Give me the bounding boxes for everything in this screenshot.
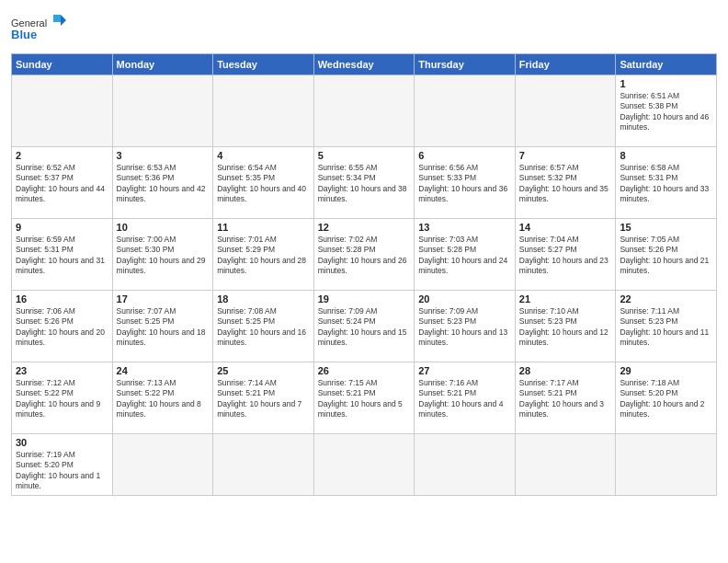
calendar-cell: [112, 75, 213, 147]
day-number: 6: [418, 150, 511, 161]
day-info: Sunrise: 7:07 AM Sunset: 5:25 PM Dayligh…: [117, 306, 210, 349]
weekday-header-row: SundayMondayTuesdayWednesdayThursdayFrid…: [12, 54, 717, 75]
calendar-cell: 25Sunrise: 7:14 AM Sunset: 5:21 PM Dayli…: [213, 362, 314, 434]
day-number: 12: [318, 222, 411, 233]
calendar-cell: 7Sunrise: 6:57 AM Sunset: 5:32 PM Daylig…: [515, 147, 616, 219]
day-info: Sunrise: 6:55 AM Sunset: 5:34 PM Dayligh…: [318, 163, 411, 205]
calendar-cell: 15Sunrise: 7:05 AM Sunset: 5:26 PM Dayli…: [616, 219, 717, 291]
calendar-cell: 9Sunrise: 6:59 AM Sunset: 5:31 PM Daylig…: [12, 219, 113, 291]
day-number: 7: [519, 150, 612, 161]
calendar-cell: 8Sunrise: 6:58 AM Sunset: 5:31 PM Daylig…: [616, 147, 717, 219]
calendar-cell: 10Sunrise: 7:00 AM Sunset: 5:30 PM Dayli…: [112, 219, 213, 291]
calendar-cell: 16Sunrise: 7:06 AM Sunset: 5:26 PM Dayli…: [12, 291, 113, 362]
calendar-cell: 12Sunrise: 7:02 AM Sunset: 5:28 PM Dayli…: [313, 219, 415, 291]
week-row-2: 2Sunrise: 6:52 AM Sunset: 5:37 PM Daylig…: [12, 147, 717, 219]
day-info: Sunrise: 7:19 AM Sunset: 5:20 PM Dayligh…: [16, 450, 108, 492]
day-info: Sunrise: 6:57 AM Sunset: 5:32 PM Dayligh…: [519, 163, 612, 205]
calendar-page: General Blue SundayMondayTuesdayWednesda…: [0, 0, 728, 563]
day-info: Sunrise: 7:09 AM Sunset: 5:23 PM Dayligh…: [418, 306, 511, 349]
calendar-cell: 30Sunrise: 7:19 AM Sunset: 5:20 PM Dayli…: [12, 434, 113, 496]
day-number: 24: [117, 365, 210, 376]
day-info: Sunrise: 6:59 AM Sunset: 5:31 PM Dayligh…: [16, 235, 108, 277]
day-number: 21: [519, 293, 612, 304]
calendar-cell: 21Sunrise: 7:10 AM Sunset: 5:23 PM Dayli…: [515, 291, 616, 362]
calendar-cell: 28Sunrise: 7:17 AM Sunset: 5:21 PM Dayli…: [515, 362, 616, 434]
calendar-cell: [213, 434, 314, 496]
calendar-cell: [12, 75, 113, 147]
day-number: 20: [418, 293, 511, 304]
day-info: Sunrise: 6:58 AM Sunset: 5:31 PM Dayligh…: [620, 163, 712, 205]
day-number: 28: [519, 365, 612, 376]
calendar-cell: 13Sunrise: 7:03 AM Sunset: 5:28 PM Dayli…: [415, 219, 516, 291]
weekday-thursday: Thursday: [415, 54, 516, 75]
calendar-cell: 24Sunrise: 7:13 AM Sunset: 5:22 PM Dayli…: [112, 362, 213, 434]
weekday-wednesday: Wednesday: [313, 54, 415, 75]
svg-text:Blue: Blue: [11, 28, 37, 41]
week-row-1: 1Sunrise: 6:51 AM Sunset: 5:38 PM Daylig…: [12, 75, 717, 147]
day-number: 5: [318, 150, 411, 161]
day-number: 16: [16, 293, 108, 304]
calendar-cell: 11Sunrise: 7:01 AM Sunset: 5:29 PM Dayli…: [213, 219, 314, 291]
day-number: 2: [16, 150, 108, 161]
calendar-cell: [112, 434, 213, 496]
header: General Blue: [11, 9, 717, 48]
calendar-cell: 20Sunrise: 7:09 AM Sunset: 5:23 PM Dayli…: [415, 291, 516, 362]
week-row-6: 30Sunrise: 7:19 AM Sunset: 5:20 PM Dayli…: [12, 434, 717, 496]
calendar-cell: 23Sunrise: 7:12 AM Sunset: 5:22 PM Dayli…: [12, 362, 113, 434]
calendar-cell: 27Sunrise: 7:16 AM Sunset: 5:21 PM Dayli…: [415, 362, 516, 434]
calendar-cell: 5Sunrise: 6:55 AM Sunset: 5:34 PM Daylig…: [313, 147, 415, 219]
day-info: Sunrise: 7:15 AM Sunset: 5:21 PM Dayligh…: [318, 378, 411, 420]
generalblue-logo: General Blue: [11, 13, 66, 48]
day-number: 29: [620, 365, 712, 376]
calendar-cell: [515, 75, 616, 147]
calendar-table: SundayMondayTuesdayWednesdayThursdayFrid…: [11, 53, 717, 496]
week-row-3: 9Sunrise: 6:59 AM Sunset: 5:31 PM Daylig…: [12, 219, 717, 291]
day-info: Sunrise: 7:00 AM Sunset: 5:30 PM Dayligh…: [117, 235, 210, 277]
day-number: 18: [217, 293, 310, 304]
day-number: 13: [418, 222, 511, 233]
day-number: 30: [16, 437, 108, 448]
day-info: Sunrise: 7:16 AM Sunset: 5:21 PM Dayligh…: [418, 378, 511, 420]
logo: General Blue: [11, 13, 66, 48]
calendar-cell: 17Sunrise: 7:07 AM Sunset: 5:25 PM Dayli…: [112, 291, 213, 362]
calendar-cell: [616, 434, 717, 496]
weekday-friday: Friday: [515, 54, 616, 75]
day-number: 1: [620, 78, 712, 89]
day-number: 4: [217, 150, 310, 161]
day-number: 27: [418, 365, 511, 376]
day-number: 17: [117, 293, 210, 304]
calendar-cell: 1Sunrise: 6:51 AM Sunset: 5:38 PM Daylig…: [616, 75, 717, 147]
day-info: Sunrise: 6:54 AM Sunset: 5:35 PM Dayligh…: [217, 163, 310, 205]
calendar-cell: 22Sunrise: 7:11 AM Sunset: 5:23 PM Dayli…: [616, 291, 717, 362]
day-info: Sunrise: 7:06 AM Sunset: 5:26 PM Dayligh…: [16, 306, 108, 349]
day-number: 19: [318, 293, 411, 304]
calendar-cell: 3Sunrise: 6:53 AM Sunset: 5:36 PM Daylig…: [112, 147, 213, 219]
weekday-tuesday: Tuesday: [213, 54, 314, 75]
day-info: Sunrise: 7:17 AM Sunset: 5:21 PM Dayligh…: [519, 378, 612, 420]
calendar-cell: 4Sunrise: 6:54 AM Sunset: 5:35 PM Daylig…: [213, 147, 314, 219]
weekday-monday: Monday: [112, 54, 213, 75]
day-info: Sunrise: 7:01 AM Sunset: 5:29 PM Dayligh…: [217, 235, 310, 277]
day-info: Sunrise: 7:02 AM Sunset: 5:28 PM Dayligh…: [318, 235, 411, 277]
day-info: Sunrise: 7:04 AM Sunset: 5:27 PM Dayligh…: [519, 235, 612, 277]
calendar-cell: [313, 75, 415, 147]
day-info: Sunrise: 7:12 AM Sunset: 5:22 PM Dayligh…: [16, 378, 108, 420]
day-info: Sunrise: 7:09 AM Sunset: 5:24 PM Dayligh…: [318, 306, 411, 349]
svg-marker-2: [53, 15, 61, 22]
svg-marker-3: [61, 15, 66, 26]
day-info: Sunrise: 7:18 AM Sunset: 5:20 PM Dayligh…: [620, 378, 712, 420]
day-info: Sunrise: 7:05 AM Sunset: 5:26 PM Dayligh…: [620, 235, 712, 277]
week-row-5: 23Sunrise: 7:12 AM Sunset: 5:22 PM Dayli…: [12, 362, 717, 434]
weekday-saturday: Saturday: [616, 54, 717, 75]
day-info: Sunrise: 6:53 AM Sunset: 5:36 PM Dayligh…: [117, 163, 210, 205]
day-number: 23: [16, 365, 108, 376]
calendar-cell: 6Sunrise: 6:56 AM Sunset: 5:33 PM Daylig…: [415, 147, 516, 219]
calendar-cell: [213, 75, 314, 147]
day-number: 15: [620, 222, 712, 233]
weekday-sunday: Sunday: [12, 54, 113, 75]
day-info: Sunrise: 7:10 AM Sunset: 5:23 PM Dayligh…: [519, 306, 612, 349]
week-row-4: 16Sunrise: 7:06 AM Sunset: 5:26 PM Dayli…: [12, 291, 717, 362]
day-info: Sunrise: 7:08 AM Sunset: 5:25 PM Dayligh…: [217, 306, 310, 349]
day-number: 9: [16, 222, 108, 233]
calendar-cell: 2Sunrise: 6:52 AM Sunset: 5:37 PM Daylig…: [12, 147, 113, 219]
